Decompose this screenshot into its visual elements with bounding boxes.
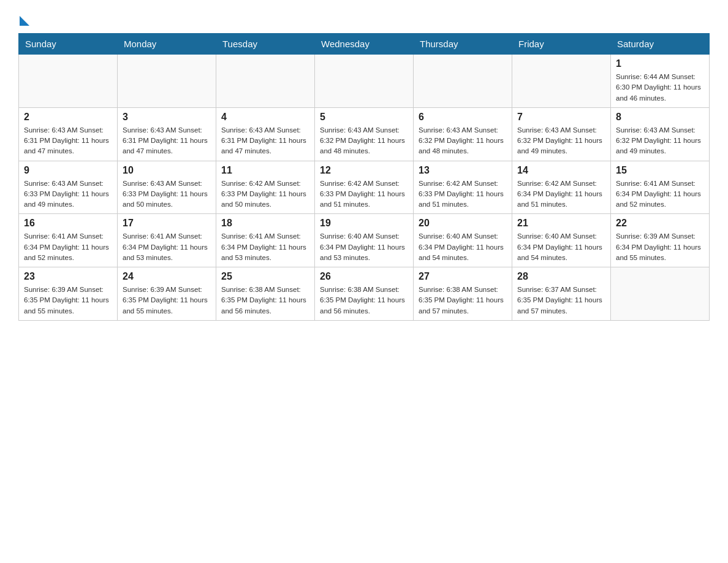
day-info: Sunrise: 6:43 AM Sunset: 6:33 PM Dayligh… — [24, 178, 112, 210]
day-number: 21 — [517, 218, 605, 229]
day-cell: 13Sunrise: 6:42 AM Sunset: 6:33 PM Dayli… — [414, 161, 512, 214]
day-info: Sunrise: 6:38 AM Sunset: 6:35 PM Dayligh… — [320, 285, 408, 316]
day-number: 1 — [616, 58, 704, 69]
day-info: Sunrise: 6:37 AM Sunset: 6:35 PM Dayligh… — [517, 285, 605, 316]
day-cell: 3Sunrise: 6:43 AM Sunset: 6:31 PM Daylig… — [118, 107, 216, 161]
day-cell: 11Sunrise: 6:42 AM Sunset: 6:33 PM Dayli… — [216, 161, 315, 214]
day-number: 23 — [24, 271, 112, 282]
day-info: Sunrise: 6:39 AM Sunset: 6:35 PM Dayligh… — [123, 285, 211, 316]
day-number: 28 — [517, 271, 605, 282]
day-number: 17 — [123, 218, 211, 229]
day-info: Sunrise: 6:39 AM Sunset: 6:34 PM Dayligh… — [616, 231, 704, 263]
day-info: Sunrise: 6:41 AM Sunset: 6:34 PM Dayligh… — [24, 231, 112, 263]
day-cell — [216, 55, 315, 108]
day-number: 15 — [616, 165, 704, 176]
day-cell: 19Sunrise: 6:40 AM Sunset: 6:34 PM Dayli… — [315, 214, 414, 267]
day-number: 12 — [320, 165, 408, 176]
day-cell — [118, 55, 216, 108]
calendar-body: 1Sunrise: 6:44 AM Sunset: 6:30 PM Daylig… — [19, 55, 710, 321]
day-cell: 21Sunrise: 6:40 AM Sunset: 6:34 PM Dayli… — [512, 214, 611, 267]
day-info: Sunrise: 6:44 AM Sunset: 6:30 PM Dayligh… — [616, 72, 704, 104]
day-info: Sunrise: 6:43 AM Sunset: 6:32 PM Dayligh… — [320, 125, 408, 157]
week-row-1: 1Sunrise: 6:44 AM Sunset: 6:30 PM Daylig… — [19, 55, 710, 108]
logo-arrow-icon — [20, 16, 29, 26]
day-info: Sunrise: 6:42 AM Sunset: 6:33 PM Dayligh… — [419, 178, 507, 210]
logo — [18, 12, 29, 23]
header-cell-monday: Monday — [118, 34, 216, 55]
calendar-header: SundayMondayTuesdayWednesdayThursdayFrid… — [19, 34, 710, 55]
day-number: 14 — [517, 165, 605, 176]
header-cell-saturday: Saturday — [611, 34, 710, 55]
page-header — [18, 12, 710, 23]
day-info: Sunrise: 6:42 AM Sunset: 6:33 PM Dayligh… — [320, 178, 408, 210]
header-cell-friday: Friday — [512, 34, 611, 55]
day-info: Sunrise: 6:42 AM Sunset: 6:34 PM Dayligh… — [517, 178, 605, 210]
week-row-3: 9Sunrise: 6:43 AM Sunset: 6:33 PM Daylig… — [19, 161, 710, 214]
day-number: 24 — [123, 271, 211, 282]
header-cell-wednesday: Wednesday — [315, 34, 414, 55]
day-cell: 4Sunrise: 6:43 AM Sunset: 6:31 PM Daylig… — [216, 107, 315, 161]
day-number: 22 — [616, 218, 704, 229]
day-number: 27 — [419, 271, 507, 282]
day-cell: 7Sunrise: 6:43 AM Sunset: 6:32 PM Daylig… — [512, 107, 611, 161]
day-cell: 16Sunrise: 6:41 AM Sunset: 6:34 PM Dayli… — [19, 214, 118, 267]
day-info: Sunrise: 6:39 AM Sunset: 6:35 PM Dayligh… — [24, 285, 112, 316]
day-number: 6 — [419, 112, 507, 123]
day-cell: 26Sunrise: 6:38 AM Sunset: 6:35 PM Dayli… — [315, 267, 414, 321]
day-number: 8 — [616, 112, 704, 123]
day-cell — [611, 267, 710, 321]
day-cell: 10Sunrise: 6:43 AM Sunset: 6:33 PM Dayli… — [118, 161, 216, 214]
day-cell — [414, 55, 512, 108]
day-cell: 12Sunrise: 6:42 AM Sunset: 6:33 PM Dayli… — [315, 161, 414, 214]
day-info: Sunrise: 6:40 AM Sunset: 6:34 PM Dayligh… — [517, 231, 605, 263]
day-cell: 15Sunrise: 6:41 AM Sunset: 6:34 PM Dayli… — [611, 161, 710, 214]
day-info: Sunrise: 6:43 AM Sunset: 6:32 PM Dayligh… — [517, 125, 605, 157]
day-cell: 5Sunrise: 6:43 AM Sunset: 6:32 PM Daylig… — [315, 107, 414, 161]
day-cell — [19, 55, 118, 108]
day-number: 13 — [419, 165, 507, 176]
day-number: 10 — [123, 165, 211, 176]
day-info: Sunrise: 6:38 AM Sunset: 6:35 PM Dayligh… — [221, 285, 309, 316]
day-cell: 18Sunrise: 6:41 AM Sunset: 6:34 PM Dayli… — [216, 214, 315, 267]
day-number: 2 — [24, 112, 112, 123]
header-cell-thursday: Thursday — [414, 34, 512, 55]
day-number: 3 — [123, 112, 211, 123]
day-cell: 6Sunrise: 6:43 AM Sunset: 6:32 PM Daylig… — [414, 107, 512, 161]
day-number: 16 — [24, 218, 112, 229]
day-number: 18 — [221, 218, 309, 229]
day-cell: 2Sunrise: 6:43 AM Sunset: 6:31 PM Daylig… — [19, 107, 118, 161]
day-info: Sunrise: 6:43 AM Sunset: 6:33 PM Dayligh… — [123, 178, 211, 210]
day-number: 11 — [221, 165, 309, 176]
day-info: Sunrise: 6:38 AM Sunset: 6:35 PM Dayligh… — [419, 285, 507, 316]
day-info: Sunrise: 6:40 AM Sunset: 6:34 PM Dayligh… — [320, 231, 408, 263]
day-info: Sunrise: 6:40 AM Sunset: 6:34 PM Dayligh… — [419, 231, 507, 263]
day-info: Sunrise: 6:43 AM Sunset: 6:32 PM Dayligh… — [419, 125, 507, 157]
day-number: 7 — [517, 112, 605, 123]
week-row-5: 23Sunrise: 6:39 AM Sunset: 6:35 PM Dayli… — [19, 267, 710, 321]
day-cell: 1Sunrise: 6:44 AM Sunset: 6:30 PM Daylig… — [611, 55, 710, 108]
day-number: 20 — [419, 218, 507, 229]
day-info: Sunrise: 6:41 AM Sunset: 6:34 PM Dayligh… — [221, 231, 309, 263]
calendar-table: SundayMondayTuesdayWednesdayThursdayFrid… — [18, 33, 710, 321]
day-number: 19 — [320, 218, 408, 229]
day-info: Sunrise: 6:42 AM Sunset: 6:33 PM Dayligh… — [221, 178, 309, 210]
day-info: Sunrise: 6:41 AM Sunset: 6:34 PM Dayligh… — [616, 178, 704, 210]
header-cell-sunday: Sunday — [19, 34, 118, 55]
day-cell: 25Sunrise: 6:38 AM Sunset: 6:35 PM Dayli… — [216, 267, 315, 321]
day-number: 26 — [320, 271, 408, 282]
day-cell: 27Sunrise: 6:38 AM Sunset: 6:35 PM Dayli… — [414, 267, 512, 321]
day-info: Sunrise: 6:43 AM Sunset: 6:31 PM Dayligh… — [221, 125, 309, 157]
day-cell — [512, 55, 611, 108]
day-cell: 23Sunrise: 6:39 AM Sunset: 6:35 PM Dayli… — [19, 267, 118, 321]
day-cell: 14Sunrise: 6:42 AM Sunset: 6:34 PM Dayli… — [512, 161, 611, 214]
day-cell: 9Sunrise: 6:43 AM Sunset: 6:33 PM Daylig… — [19, 161, 118, 214]
day-info: Sunrise: 6:43 AM Sunset: 6:31 PM Dayligh… — [24, 125, 112, 157]
day-number: 25 — [221, 271, 309, 282]
day-cell — [315, 55, 414, 108]
day-cell: 24Sunrise: 6:39 AM Sunset: 6:35 PM Dayli… — [118, 267, 216, 321]
day-number: 9 — [24, 165, 112, 176]
day-cell: 22Sunrise: 6:39 AM Sunset: 6:34 PM Dayli… — [611, 214, 710, 267]
day-cell: 20Sunrise: 6:40 AM Sunset: 6:34 PM Dayli… — [414, 214, 512, 267]
day-number: 4 — [221, 112, 309, 123]
day-cell: 17Sunrise: 6:41 AM Sunset: 6:34 PM Dayli… — [118, 214, 216, 267]
